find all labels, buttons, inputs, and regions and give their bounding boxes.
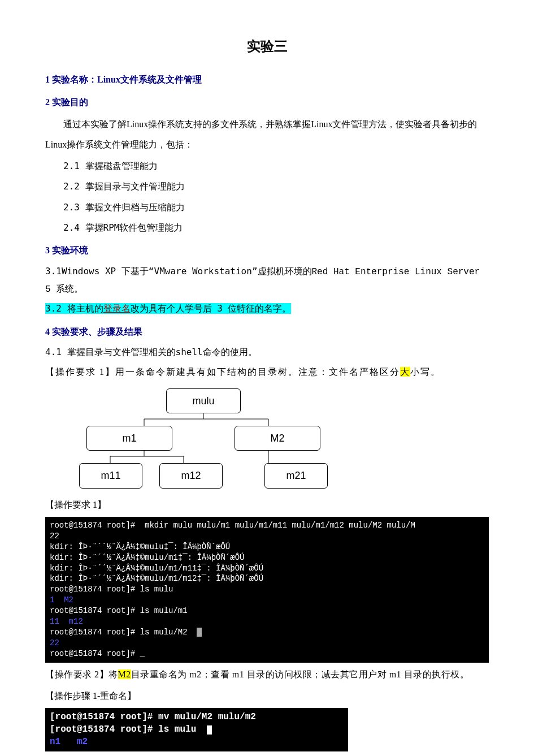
env-2b-login: 登录名 <box>103 303 131 314</box>
tree-node-m11: m11 <box>79 463 142 488</box>
section-2-body: 通过本实验了解Linux操作系统支持的多文件系统，并熟练掌握Linux文件管理方… <box>45 114 489 154</box>
term1-l2: kdir: ÎÞ·¨´´½¨Ä¿Â¼‡©mulu‡¯: ÎÄ¼þÒÑ´æÔÚ <box>50 542 230 551</box>
term2-l1: [root@151874 root]# mv mulu/M2 mulu/m2 <box>50 712 256 722</box>
op-req-1-da: 大 <box>400 367 410 377</box>
term1-l12: root@151874 root]# _ <box>50 649 145 658</box>
op-req-2-m2: M2 <box>118 669 131 679</box>
section-2-head: 2 实验目的 <box>45 94 489 111</box>
env-1a: 3.1Windows XP 下基于“VMware Workstation”虚拟机… <box>45 266 312 277</box>
tree-node-m12: m12 <box>159 463 223 488</box>
term1-l1: root@151874 root]# mkdir mulu mulu/m1 mu… <box>50 521 415 530</box>
term1-l11: 22 <box>50 638 59 647</box>
env-1c: 系统。 <box>56 283 83 294</box>
label-op-req-1: 【操作要求 1】 <box>45 496 489 513</box>
term1-l9b: m12 <box>59 617 83 626</box>
op-req-2a: 【操作要求 2】将 <box>45 669 118 679</box>
cursor-icon <box>207 725 212 735</box>
term1-l1b: 22 <box>50 532 59 541</box>
term2-l3a: n1 <box>50 737 60 747</box>
label-step-1: 【操作步骤 1-重命名】 <box>45 688 489 705</box>
term2-l2: [root@151874 root]# ls mulu <box>50 724 207 735</box>
env-2a: 3.2 将主机的 <box>45 303 103 314</box>
term1-l5: kdir: ÎÞ·¨´´½¨Ä¿Â¼‡©mulu/m1/m12‡¯: ÎÄ¼þÒ… <box>50 574 263 583</box>
section-2-item-1: 2.1 掌握磁盘管理能力 <box>63 158 489 175</box>
section-2-item-2: 2.2 掌握目录与文件管理能力 <box>63 178 489 195</box>
page-title: 实验三 <box>45 34 489 60</box>
tree-node-M2: M2 <box>235 426 320 451</box>
op-req-2: 【操作要求 2】将M2目录重命名为 m2；查看 m1 目录的访问权限；减去其它用… <box>45 666 489 683</box>
term1-l9a: 11 <box>50 617 59 626</box>
term1-l10: root@151874 root]# ls mulu/M2 <box>50 628 188 637</box>
term1-l4: kdir: ÎÞ·¨´´½¨Ä¿Â¼‡©mulu/m1/m11‡¯: ÎÄ¼þÒ… <box>50 564 263 573</box>
section-1-head: 1 实验名称：Linux文件系统及文件管理 <box>45 71 489 88</box>
env-line-2: 3.2 将主机的登录名改为具有个人学号后 3 位特征的名字。 <box>45 300 489 317</box>
env-2-highlight: 3.2 将主机的登录名改为具有个人学号后 3 位特征的名字。 <box>45 303 291 314</box>
tree-node-m1: m1 <box>86 426 172 451</box>
term1-l7b: M2 <box>54 595 73 604</box>
term1-l3: kdir: ÎÞ·¨´´½¨Ä¿Â¼‡©mulu/m1‡¯: ÎÄ¼þÒÑ´æÔ… <box>50 553 244 562</box>
tree-node-m21: m21 <box>264 463 328 488</box>
directory-tree-diagram: mulu m1 M2 m11 m12 m21 <box>79 388 328 489</box>
terminal-block-2: [root@151874 root]# mv mulu/M2 mulu/m2 [… <box>45 708 348 751</box>
op-req-1b: 小写。 <box>410 367 441 377</box>
term1-l6: root@151874 root]# ls mulu <box>50 585 173 594</box>
section-4-p1: 4.1 掌握目录与文件管理相关的shell命令的使用。 <box>45 344 489 361</box>
cursor-icon <box>197 628 202 637</box>
section-4-head: 4 实验要求、步骤及结果 <box>45 323 489 340</box>
term1-l8: root@151874 root]# ls mulu/m1 <box>50 606 188 615</box>
tree-node-root: mulu <box>166 388 241 413</box>
section-2-item-3: 2.3 掌握文件归档与压缩能力 <box>63 199 489 216</box>
op-req-1: 【操作要求 1】用一条命令新建具有如下结构的目录树。注意：文件名严格区分大小写。 <box>45 364 489 381</box>
terminal-block-1: root@151874 root]# mkdir mulu mulu/m1 mu… <box>45 517 489 663</box>
env-line-1: 3.1Windows XP 下基于“VMware Workstation”虚拟机… <box>45 263 489 299</box>
section-3-head: 3 实验环境 <box>45 242 489 259</box>
op-req-2b: 目录重命名为 m2；查看 m1 目录的访问权限；减去其它用户对 m1 目录的执行… <box>131 669 469 679</box>
section-2-item-4: 2.4 掌握RPM软件包管理能力 <box>63 219 489 236</box>
term2-l3b: m2 <box>60 737 88 747</box>
env-2c: 改为具有个人学号后 3 位特征的名字。 <box>131 303 292 314</box>
op-req-1a: 【操作要求 1】用一条命令新建具有如下结构的目录树。注意：文件名严格区分 <box>45 367 400 377</box>
